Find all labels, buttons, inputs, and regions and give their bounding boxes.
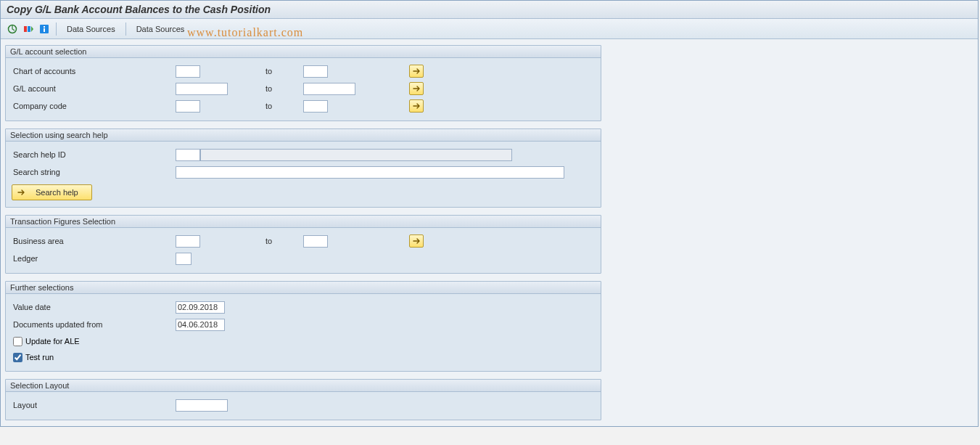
business-area-multiple-button[interactable]: [409, 234, 424, 248]
data-sources-1-button[interactable]: Data Sources: [62, 23, 120, 35]
company-code-to-input[interactable]: [303, 100, 328, 113]
to-label: to: [263, 102, 303, 110]
svg-rect-1: [24, 26, 27, 32]
content-area: G/L account selection Chart of accounts …: [1, 39, 978, 426]
svg-rect-4: [44, 26, 45, 28]
execute-icon[interactable]: [7, 23, 18, 35]
search-help-button[interactable]: Search help: [12, 184, 92, 200]
variant-icon[interactable]: [22, 23, 34, 35]
gl-account-to-input[interactable]: [303, 83, 355, 95]
to-label: to: [263, 237, 303, 245]
search-help-id-short-input[interactable]: [176, 149, 200, 161]
group-header: Selection Layout: [6, 380, 601, 392]
toolbar-separator: [56, 23, 57, 36]
toolbar: Data Sources Data Sources: [1, 19, 978, 39]
to-label: to: [263, 67, 303, 75]
gl-account-multiple-button[interactable]: [409, 82, 424, 95]
ledger-label: Ledger: [12, 254, 176, 263]
value-date-input[interactable]: [176, 301, 225, 314]
title-bar: Copy G/L Bank Account Balances to the Ca…: [1, 1, 978, 19]
documents-updated-from-input[interactable]: [176, 319, 225, 331]
info-icon[interactable]: [38, 23, 50, 35]
search-help-id-label: Search help ID: [12, 150, 176, 159]
group-header: G/L account selection: [6, 46, 601, 58]
arrow-right-icon: [17, 189, 25, 196]
group-search-help: Selection using search help Search help …: [5, 128, 601, 208]
search-help-button-label: Search help: [36, 188, 78, 197]
svg-rect-5: [44, 28, 45, 32]
chart-of-accounts-from-input[interactable]: [176, 65, 200, 78]
group-further-selections: Further selections Value date Documents …: [5, 281, 601, 372]
layout-label: Layout: [12, 401, 176, 409]
business-area-to-input[interactable]: [303, 235, 328, 248]
gl-account-label: G/L account: [12, 84, 176, 93]
group-selection-layout: Selection Layout Layout: [5, 379, 601, 420]
documents-updated-from-label: Documents updated from: [12, 320, 176, 329]
chart-of-accounts-to-input[interactable]: [303, 65, 328, 78]
to-label: to: [263, 84, 303, 93]
group-gl-account-selection: G/L account selection Chart of accounts …: [5, 45, 601, 121]
layout-input[interactable]: [176, 399, 228, 412]
group-header: Further selections: [6, 282, 601, 294]
value-date-label: Value date: [12, 303, 176, 311]
business-area-label: Business area: [12, 237, 176, 245]
business-area-from-input[interactable]: [176, 235, 200, 248]
toolbar-separator: [125, 23, 126, 36]
page-title: Copy G/L Bank Account Balances to the Ca…: [7, 4, 972, 15]
search-help-id-input[interactable]: [200, 149, 512, 161]
svg-rect-2: [28, 26, 30, 32]
search-string-label: Search string: [12, 168, 176, 176]
company-code-from-input[interactable]: [176, 100, 200, 113]
search-string-input[interactable]: [176, 166, 564, 179]
group-header: Selection using search help: [6, 129, 601, 142]
group-header: Transaction Figures Selection: [6, 216, 601, 228]
test-run-label[interactable]: Test run: [25, 353, 54, 362]
app-window: Copy G/L Bank Account Balances to the Ca…: [0, 0, 979, 427]
ledger-input[interactable]: [176, 253, 192, 265]
group-transaction-figures: Transaction Figures Selection Business a…: [5, 215, 601, 274]
gl-account-from-input[interactable]: [176, 83, 228, 95]
company-code-multiple-button[interactable]: [409, 99, 424, 113]
chart-of-accounts-label: Chart of accounts: [12, 67, 176, 75]
update-for-ale-label[interactable]: Update for ALE: [25, 337, 80, 346]
test-run-checkbox[interactable]: [13, 353, 22, 362]
company-code-label: Company code: [12, 102, 176, 110]
update-for-ale-checkbox[interactable]: [13, 337, 22, 346]
chart-of-accounts-multiple-button[interactable]: [409, 65, 424, 78]
data-sources-2-button[interactable]: Data Sources: [132, 23, 189, 35]
